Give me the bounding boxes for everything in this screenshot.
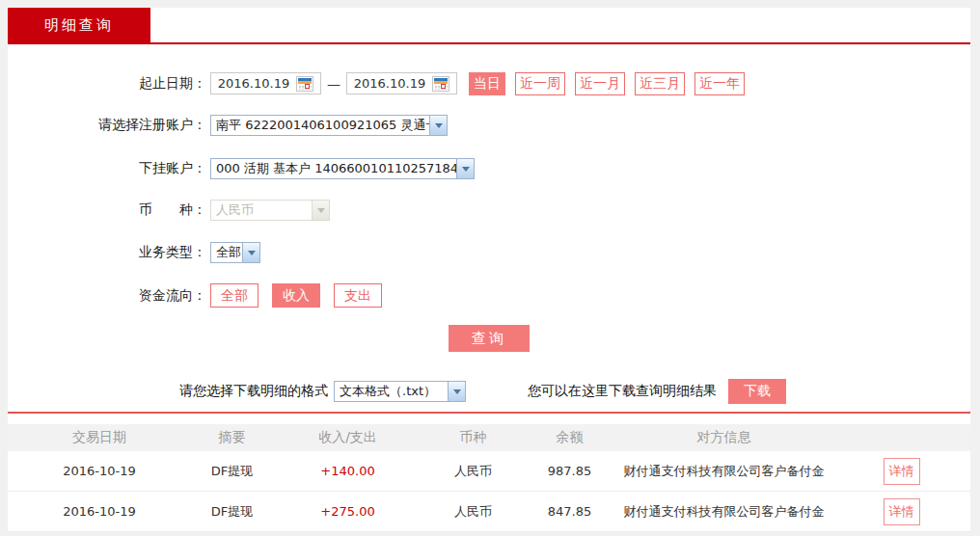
register-account-label: 请选择注册账户： — [8, 117, 206, 134]
sub-account-select[interactable]: 000 活期 基本户 1406600101102571848 — [210, 158, 475, 179]
query-button-row: 查询 — [8, 325, 970, 352]
download-format-select[interactable]: 文本格式（.txt） — [334, 381, 466, 402]
detail-button[interactable]: 详情 — [884, 458, 920, 485]
date-range-label: 起止日期： — [8, 75, 206, 93]
results-table: 交易日期 摘要 收入/支出 币种 余额 对方信息 2016-10-19 DF提现… — [8, 424, 970, 532]
register-account-select[interactable]: 南平 6222001406100921065 灵通卡 — [210, 115, 448, 136]
cell-balance: 987.85 — [524, 464, 615, 478]
chevron-down-icon — [312, 201, 329, 220]
date-range-separator: — — [327, 76, 340, 92]
query-form: 起止日期： — 当日 近一周 — [8, 44, 970, 532]
fund-flow-label: 资金流向： — [8, 287, 206, 305]
download-hint: 您可以在这里下载查询明细结果 — [528, 383, 717, 400]
currency-row: 币 种： 人民币 — [8, 200, 970, 221]
query-button[interactable]: 查询 — [449, 325, 530, 352]
cell-balance: 847.85 — [524, 504, 615, 519]
cell-counterparty: 财付通支付科技有限公司客户备付金 — [615, 503, 832, 521]
table-top-divider — [8, 412, 970, 414]
cell-currency: 人民币 — [422, 463, 524, 480]
business-type-row: 业务类型： 全部 — [8, 242, 970, 263]
detail-button[interactable]: 详情 — [884, 498, 920, 525]
date-range-row: 起止日期： — 当日 近一周 — [8, 72, 970, 94]
register-account-value: 南平 6222001406100921065 灵通卡 — [216, 117, 429, 134]
header-trade-date: 交易日期 — [8, 429, 191, 446]
calendar-icon[interactable] — [432, 76, 449, 92]
currency-value: 人民币 — [216, 201, 254, 219]
chevron-down-icon — [429, 116, 447, 135]
business-type-value: 全部 — [216, 244, 241, 261]
date-to-field[interactable] — [346, 72, 457, 94]
date-to-input[interactable] — [347, 75, 432, 92]
table-row: 2016-10-19 DF提现 +275.00 人民币 847.85 财付通支付… — [8, 492, 970, 532]
quick-range-quarter-button[interactable]: 近三月 — [635, 72, 685, 95]
header-summary: 摘要 — [191, 429, 273, 446]
cell-counterparty: 财付通支付科技有限公司客户备付金 — [615, 463, 832, 480]
date-from-field[interactable] — [210, 72, 321, 94]
cell-summary: DF提现 — [191, 463, 273, 480]
sub-account-value: 000 活期 基本户 1406600101102571848 — [216, 160, 456, 177]
header-balance: 余额 — [524, 429, 615, 446]
cell-amount: +275.00 — [273, 504, 422, 519]
table-header-row: 交易日期 摘要 收入/支出 币种 余额 对方信息 — [8, 424, 970, 451]
cell-currency: 人民币 — [422, 503, 524, 521]
header-currency: 币种 — [422, 429, 524, 446]
content-panel: 明细查询 起止日期： — — [8, 8, 970, 532]
date-from-input[interactable] — [211, 75, 296, 92]
quick-range-month-button[interactable]: 近一月 — [575, 72, 625, 95]
sub-account-label: 下挂账户： — [8, 160, 206, 177]
tab-detail-query[interactable]: 明细查询 — [8, 8, 150, 42]
calendar-icon[interactable] — [296, 76, 313, 92]
chevron-down-icon — [242, 243, 259, 262]
cell-trade-date: 2016-10-19 — [8, 464, 191, 478]
download-row: 请您选择下载明细的格式 文本格式（.txt） 您可以在这里下载查询明细结果 下载 — [8, 379, 970, 404]
business-type-label: 业务类型： — [8, 244, 206, 261]
download-button[interactable]: 下载 — [728, 379, 786, 404]
table-row: 2016-10-19 DF提现 +140.00 人民币 987.85 财付通支付… — [8, 451, 970, 492]
download-format-value: 文本格式（.txt） — [340, 383, 436, 400]
cell-amount: +140.00 — [273, 464, 422, 478]
quick-range-today-button[interactable]: 当日 — [469, 72, 505, 95]
sub-account-row: 下挂账户： 000 活期 基本户 1406600101102571848 — [8, 158, 970, 179]
chevron-down-icon — [456, 159, 474, 178]
cell-trade-date: 2016-10-19 — [8, 504, 191, 519]
currency-label: 币 种： — [8, 201, 206, 219]
register-account-row: 请选择注册账户： 南平 6222001406100921065 灵通卡 — [8, 115, 970, 136]
header-income-expense: 收入/支出 — [273, 429, 422, 446]
header-counterparty: 对方信息 — [615, 429, 832, 446]
quick-range-year-button[interactable]: 近一年 — [694, 72, 745, 95]
fund-flow-row: 资金流向： 全部 收入 支出 — [8, 283, 970, 308]
fund-flow-income-button[interactable]: 收入 — [272, 283, 320, 308]
cell-summary: DF提现 — [191, 503, 273, 521]
download-format-label: 请您选择下载明细的格式 — [179, 383, 328, 400]
business-type-select[interactable]: 全部 — [210, 242, 260, 263]
quick-range-week-button[interactable]: 近一周 — [515, 72, 565, 95]
fund-flow-expense-button[interactable]: 支出 — [334, 283, 382, 308]
chevron-down-icon — [448, 382, 465, 401]
currency-select: 人民币 — [210, 200, 330, 221]
fund-flow-all-button[interactable]: 全部 — [210, 283, 259, 308]
